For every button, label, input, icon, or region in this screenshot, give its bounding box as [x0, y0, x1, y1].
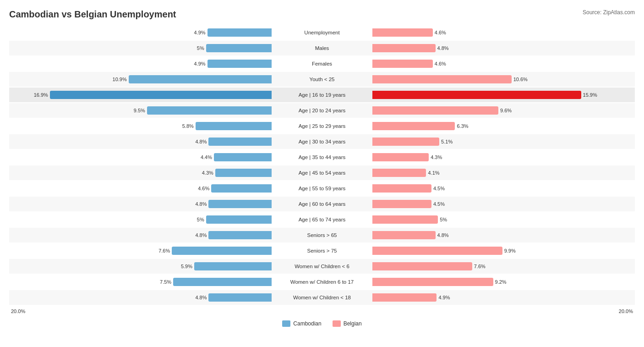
legend: Cambodian Belgian	[9, 320, 635, 327]
row-right: 7.6%	[372, 259, 635, 274]
val-belgian: 15.9%	[583, 92, 597, 98]
bar-belgian	[372, 106, 498, 115]
row-left: 4.9%	[9, 56, 272, 71]
row-label: Seniors > 65	[272, 232, 372, 238]
chart-title: Cambodian vs Belgian Unemployment	[9, 9, 176, 20]
row-label: Seniors > 75	[272, 248, 372, 253]
bar-row: 5.8% Age | 25 to 29 years 6.3%	[9, 119, 635, 133]
bar-belgian	[372, 215, 438, 224]
bar-cambodian	[50, 91, 272, 99]
row-right: 10.6%	[372, 72, 635, 87]
bar-row: 4.9% Unemployment 4.6%	[9, 25, 635, 40]
bar-cambodian	[208, 200, 272, 208]
row-left: 7.6%	[9, 243, 272, 258]
bar-cambodian	[194, 262, 272, 270]
val-cambodian: 4.8%	[195, 201, 207, 207]
row-label: Age | 45 to 54 years	[272, 170, 372, 176]
row-label: Males	[272, 45, 372, 51]
row-left: 4.8%	[9, 197, 272, 211]
val-cambodian: 5.9%	[181, 264, 192, 269]
axis-row: 20.0% 20.0%	[9, 307, 635, 316]
bar-belgian	[372, 278, 493, 286]
val-cambodian: 4.6%	[198, 186, 209, 191]
val-belgian: 5%	[440, 217, 447, 222]
bar-row: 4.6% Age | 55 to 59 years 4.5%	[9, 181, 635, 196]
row-right: 5%	[372, 212, 635, 227]
val-cambodian: 4.9%	[194, 61, 206, 66]
chart-source: Source: ZipAtlas.com	[583, 9, 635, 16]
bar-belgian	[372, 153, 429, 161]
val-belgian: 4.1%	[428, 170, 439, 176]
bar-belgian	[372, 262, 472, 270]
row-right: 4.1%	[372, 165, 635, 180]
row-label: Women w/ Children 6 to 17	[272, 279, 372, 285]
chart-area: 4.9% Unemployment 4.6% 5% Males 4.8% 4.9…	[9, 25, 635, 305]
val-belgian: 7.6%	[474, 264, 486, 269]
val-belgian: 9.9%	[504, 248, 516, 253]
bar-row: 10.9% Youth < 25 10.6%	[9, 72, 635, 87]
val-cambodian: 16.9%	[34, 92, 48, 98]
row-label: Age | 30 to 34 years	[272, 139, 372, 144]
bar-row: 4.8% Age | 30 to 34 years 5.1%	[9, 134, 635, 149]
val-belgian: 4.9%	[438, 295, 450, 300]
row-right: 4.8%	[372, 41, 635, 55]
bar-cambodian	[208, 231, 272, 239]
bar-cambodian	[214, 153, 272, 161]
bar-cambodian	[207, 60, 272, 68]
row-label: Unemployment	[272, 30, 372, 35]
val-belgian: 4.8%	[437, 45, 449, 51]
val-belgian: 4.6%	[435, 30, 446, 35]
bar-row: 5% Males 4.8%	[9, 41, 635, 55]
row-label: Age | 35 to 44 years	[272, 154, 372, 160]
val-cambodian: 7.6%	[158, 248, 170, 253]
row-left: 16.9%	[9, 88, 272, 102]
bar-row: 4.4% Age | 35 to 44 years 4.3%	[9, 150, 635, 165]
bar-cambodian	[211, 184, 272, 193]
bar-row: 4.9% Females 4.6%	[9, 56, 635, 71]
bar-belgian	[372, 44, 436, 52]
row-left: 4.8%	[9, 290, 272, 305]
val-belgian: 9.6%	[500, 108, 512, 113]
bar-cambodian	[208, 293, 272, 302]
bar-belgian	[372, 75, 512, 83]
row-label: Age | 60 to 64 years	[272, 201, 372, 207]
row-left: 4.4%	[9, 150, 272, 165]
row-right: 4.3%	[372, 150, 635, 165]
bar-row: 4.8% Women w/ Children < 18 4.9%	[9, 290, 635, 305]
chart-header: Cambodian vs Belgian Unemployment Source…	[9, 9, 635, 20]
row-label: Youth < 25	[272, 77, 372, 82]
val-cambodian: 9.5%	[134, 108, 145, 113]
val-belgian: 4.5%	[433, 201, 445, 207]
row-label: Age | 55 to 59 years	[272, 186, 372, 191]
legend-cambodian: Cambodian	[282, 320, 321, 327]
val-cambodian: 7.5%	[160, 279, 171, 285]
row-right: 5.1%	[372, 134, 635, 149]
row-right: 9.2%	[372, 275, 635, 289]
val-belgian: 9.2%	[495, 279, 507, 285]
bar-row: 4.8% Seniors > 65 4.8%	[9, 228, 635, 242]
bar-cambodian	[206, 44, 272, 52]
val-cambodian: 4.8%	[195, 139, 207, 144]
legend-belgian: Belgian	[333, 320, 362, 327]
row-left: 4.8%	[9, 134, 272, 149]
row-label: Age | 65 to 74 years	[272, 217, 372, 222]
row-right: 6.3%	[372, 119, 635, 133]
row-right: 4.8%	[372, 228, 635, 242]
legend-cambodian-color	[282, 320, 290, 327]
bar-cambodian	[172, 247, 272, 255]
val-belgian: 4.8%	[437, 232, 449, 238]
row-left: 9.5%	[9, 103, 272, 118]
bar-belgian	[372, 122, 455, 130]
axis-label-right: 20.0%	[372, 308, 635, 314]
bar-row: 7.6% Seniors > 75 9.9%	[9, 243, 635, 258]
legend-belgian-color	[333, 320, 341, 327]
bar-cambodian	[215, 169, 272, 177]
bar-row: 16.9% Age | 16 to 19 years 15.9%	[9, 88, 635, 102]
val-belgian: 5.1%	[441, 139, 453, 144]
bar-belgian	[372, 200, 431, 208]
bar-cambodian	[196, 122, 272, 130]
row-label: Women w/ Children < 18	[272, 295, 372, 300]
val-cambodian: 5%	[197, 45, 204, 51]
bar-belgian	[372, 184, 431, 193]
row-right: 4.5%	[372, 197, 635, 211]
